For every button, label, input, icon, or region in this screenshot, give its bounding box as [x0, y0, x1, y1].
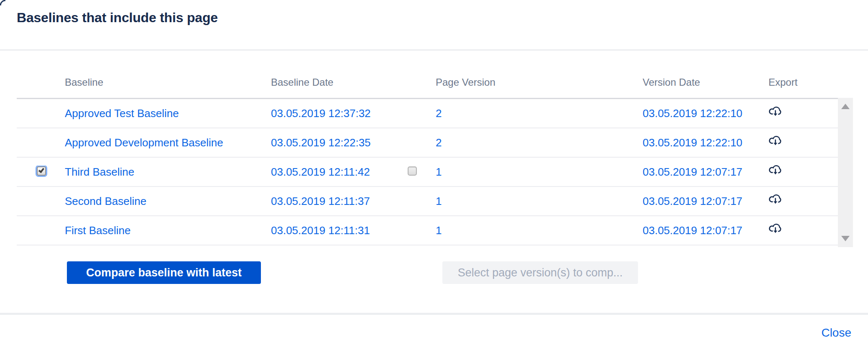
table-row: Approved Test Baseline 03.05.2019 12:37:…	[17, 99, 838, 128]
baseline-link[interactable]: Third Baseline	[65, 166, 134, 178]
cloud-download-icon[interactable]	[768, 135, 782, 147]
baselines-table: Baseline Baseline Date Page Version Vers…	[17, 67, 838, 245]
baseline-select-checkbox[interactable]	[37, 166, 46, 176]
baseline-date-link[interactable]: 03.05.2019 12:11:31	[271, 224, 370, 237]
dialog-title: Baselines that include this page	[17, 10, 218, 26]
page-version-checkbox[interactable]	[408, 166, 417, 176]
baseline-date-link[interactable]: 03.05.2019 12:37:32	[271, 107, 371, 120]
row-checkbox-cell	[17, 107, 65, 120]
column-header-baseline: Baseline	[65, 77, 271, 88]
baseline-link[interactable]: Second Baseline	[65, 195, 146, 207]
select-page-versions-button[interactable]: Select page version(s) to comp...	[442, 261, 638, 284]
row-version-checkbox-cell	[408, 195, 436, 208]
row-baseline-cell: Approved Development Baseline	[65, 136, 271, 149]
version-date-link[interactable]: 03.05.2019 12:07:17	[643, 195, 743, 207]
version-date-link[interactable]: 03.05.2019 12:22:10	[643, 107, 743, 120]
row-export-cell	[768, 223, 838, 238]
footer-divider	[0, 313, 868, 315]
row-version-checkbox-cell	[408, 224, 436, 237]
row-baseline-cell: Second Baseline	[65, 195, 271, 208]
close-link[interactable]: Close	[821, 326, 851, 340]
row-checkbox-cell	[17, 195, 65, 208]
column-header-baseline-date: Baseline Date	[271, 77, 408, 88]
row-baseline-date-cell: 03.05.2019 12:11:42	[271, 166, 408, 179]
row-page-version-cell: 1	[436, 224, 643, 237]
row-version-date-cell: 03.05.2019 12:07:17	[643, 195, 768, 208]
version-date-link[interactable]: 03.05.2019 12:22:10	[643, 136, 743, 149]
version-date-link[interactable]: 03.05.2019 12:07:17	[643, 166, 743, 178]
row-export-cell	[768, 135, 838, 150]
baseline-date-link[interactable]: 03.05.2019 12:11:37	[271, 195, 370, 207]
baseline-link[interactable]: Approved Test Baseline	[65, 107, 179, 120]
check-icon	[38, 166, 44, 173]
version-date-link[interactable]: 03.05.2019 12:07:17	[643, 224, 743, 237]
row-baseline-cell: Approved Test Baseline	[65, 107, 271, 120]
page-version-link[interactable]: 2	[436, 107, 442, 120]
baseline-date-link[interactable]: 03.05.2019 12:22:35	[271, 136, 371, 149]
row-checkbox-cell	[17, 166, 65, 179]
table-scrollbar[interactable]	[838, 98, 853, 247]
row-version-date-cell: 03.05.2019 12:07:17	[643, 224, 768, 237]
row-version-date-cell: 03.05.2019 12:22:10	[643, 136, 768, 149]
table-header-row: Baseline Baseline Date Page Version Vers…	[17, 67, 838, 99]
row-version-date-cell: 03.05.2019 12:07:17	[643, 166, 768, 179]
scrollbar-up-arrow-icon[interactable]	[841, 104, 850, 109]
table-row: Second Baseline 03.05.2019 12:11:37 1 03…	[17, 187, 838, 216]
title-divider	[0, 49, 868, 51]
row-export-cell	[768, 164, 838, 179]
table-body: Approved Test Baseline 03.05.2019 12:37:…	[17, 99, 838, 245]
corner-decoration	[0, 0, 8, 8]
page-version-link[interactable]: 1	[436, 224, 442, 237]
baseline-link[interactable]: First Baseline	[65, 224, 131, 237]
row-version-checkbox-cell	[408, 136, 436, 149]
row-baseline-date-cell: 03.05.2019 12:22:35	[271, 136, 408, 149]
row-page-version-cell: 2	[436, 136, 643, 149]
row-page-version-cell: 2	[436, 107, 643, 120]
row-page-version-cell: 1	[436, 166, 643, 179]
baselines-dialog: Baselines that include this page Baselin…	[0, 0, 868, 350]
row-version-date-cell: 03.05.2019 12:22:10	[643, 107, 768, 120]
row-export-cell	[768, 106, 838, 121]
row-checkbox-cell	[17, 136, 65, 149]
baseline-link[interactable]: Approved Development Baseline	[65, 136, 223, 149]
row-baseline-cell: First Baseline	[65, 224, 271, 237]
page-version-link[interactable]: 2	[436, 136, 442, 149]
row-baseline-date-cell: 03.05.2019 12:37:32	[271, 107, 408, 120]
row-baseline-cell: Third Baseline	[65, 166, 271, 179]
column-header-version-date: Version Date	[643, 77, 768, 88]
cloud-download-icon[interactable]	[768, 106, 782, 118]
row-page-version-cell: 1	[436, 195, 643, 208]
row-checkbox-cell	[17, 224, 65, 237]
row-version-checkbox-cell	[408, 107, 436, 120]
row-baseline-date-cell: 03.05.2019 12:11:37	[271, 195, 408, 208]
scrollbar-down-arrow-icon[interactable]	[841, 236, 850, 241]
compare-baseline-button[interactable]: Compare baseline with latest	[67, 261, 261, 284]
page-version-link[interactable]: 1	[436, 195, 442, 207]
table-row: First Baseline 03.05.2019 12:11:31 1 03.…	[17, 216, 838, 245]
column-header-export: Export	[768, 77, 838, 88]
cloud-download-icon[interactable]	[768, 194, 782, 206]
table-row: Approved Development Baseline 03.05.2019…	[17, 128, 838, 158]
column-header-page-version: Page Version	[436, 77, 643, 88]
row-export-cell	[768, 194, 838, 209]
table-row: Third Baseline 03.05.2019 12:11:42 1 03.…	[17, 158, 838, 187]
baseline-date-link[interactable]: 03.05.2019 12:11:42	[271, 166, 370, 178]
cloud-download-icon[interactable]	[768, 164, 782, 176]
row-baseline-date-cell: 03.05.2019 12:11:31	[271, 224, 408, 237]
cloud-download-icon[interactable]	[768, 223, 782, 235]
row-version-checkbox-cell	[408, 166, 436, 179]
page-version-link[interactable]: 1	[436, 166, 442, 178]
